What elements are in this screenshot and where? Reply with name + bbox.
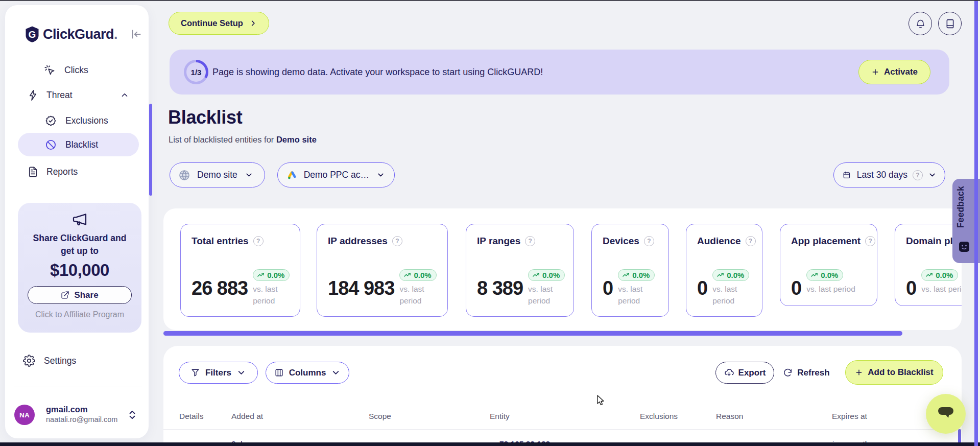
column-header-exclusions[interactable]: Exclusions <box>640 412 678 429</box>
stat-card-value: 26 883 <box>192 275 248 301</box>
knowledge-base-button[interactable] <box>938 12 962 35</box>
stat-card-caption: vs. last period <box>399 283 443 307</box>
clickguard-logo-icon: G <box>26 26 39 42</box>
page-scrollbar-thumb[interactable] <box>974 0 978 446</box>
stat-card-trend: 0.0%vs. last period <box>253 269 297 307</box>
share-button[interactable]: Share <box>28 286 132 304</box>
date-range-selector[interactable]: Last 30 days ? <box>833 162 945 187</box>
trend-value: 0.0% <box>414 271 431 279</box>
chevron-down-icon <box>331 368 341 378</box>
continue-setup-label: Continue Setup <box>181 18 243 28</box>
help-icon[interactable]: ? <box>392 236 402 246</box>
sidebar-scrollbar-thumb[interactable] <box>149 104 152 196</box>
help-icon[interactable]: ? <box>525 236 535 246</box>
sidebar-item-blacklist[interactable]: Blacklist <box>18 133 139 156</box>
chevron-down-icon <box>376 171 385 179</box>
activate-button[interactable]: Activate <box>858 60 930 84</box>
help-icon[interactable]: ? <box>746 236 756 246</box>
stat-card-header: IP ranges? <box>477 236 535 247</box>
taskbar-edge <box>0 442 980 446</box>
promo-caption[interactable]: Click to Affiliate Program <box>18 310 141 319</box>
user-menu[interactable]: NA gmail.com naatali.ro@gmail.com <box>14 405 140 425</box>
feedback-label: Feedback <box>955 186 966 228</box>
stat-card: Audience?00.0%vs. last period <box>686 224 762 317</box>
badge-check-icon <box>45 115 57 127</box>
sidebar-item-reports[interactable]: Reports <box>27 160 119 183</box>
trending-up-icon <box>532 271 540 279</box>
help-icon[interactable]: ? <box>253 236 264 246</box>
stat-card-title: IP ranges <box>477 236 520 247</box>
cloud-download-icon <box>724 368 734 378</box>
add-to-blacklist-button[interactable]: Add to Blacklist <box>845 360 943 385</box>
continue-setup-button[interactable]: Continue Setup <box>169 12 269 35</box>
sidebar-item-clicks[interactable]: Clicks <box>44 58 136 82</box>
stat-card-body: 00.0%vs. last period <box>603 275 662 307</box>
column-header-expires-at[interactable]: Expires at <box>832 412 867 429</box>
sidebar-item-settings[interactable]: Settings <box>23 349 76 372</box>
column-header-entity[interactable]: Entity <box>490 412 510 429</box>
cards-horizontal-scrollbar-thumb[interactable] <box>163 331 902 336</box>
sidebar-item-threat[interactable]: Threat <box>27 83 136 107</box>
trend-badge: 0.0% <box>253 269 290 281</box>
chevron-up-icon[interactable] <box>120 90 129 100</box>
stat-card-body: 00.0%vs. last period <box>906 275 962 301</box>
help-icon[interactable]: ? <box>865 236 875 246</box>
stat-card-value: 184 983 <box>328 275 394 301</box>
app-root: G ClickGuard. Clicks Threat <box>0 0 980 446</box>
book-icon <box>945 18 955 29</box>
trend-badge: 0.0% <box>712 269 749 281</box>
stat-card-caption: vs. last period <box>253 283 297 307</box>
trend-value: 0.0% <box>542 271 560 279</box>
stat-card-body: 8 3890.0%vs. last period <box>477 275 572 307</box>
columns-icon <box>274 368 284 378</box>
column-header-reason[interactable]: Reason <box>716 412 743 429</box>
calendar-icon <box>843 170 851 180</box>
add-to-blacklist-label: Add to Blacklist <box>868 367 933 378</box>
stat-card-header: IP addresses? <box>328 236 402 247</box>
site-selector[interactable]: Demo site <box>170 162 265 187</box>
stat-card-body: 26 8830.0%vs. last period <box>192 275 297 307</box>
sidebar-item-label: Blacklist <box>65 139 98 150</box>
trend-badge: 0.0% <box>399 269 436 281</box>
user-name: gmail.com <box>46 405 88 414</box>
refresh-button[interactable]: Refresh <box>779 362 833 384</box>
notifications-button[interactable] <box>909 12 932 35</box>
column-header-scope[interactable]: Scope <box>369 412 391 429</box>
promo-amount: $10,000 <box>18 261 141 280</box>
chevron-down-icon <box>928 171 937 179</box>
table-vertical-scrollbar-thumb[interactable] <box>958 429 961 443</box>
help-icon[interactable]: ? <box>644 236 654 246</box>
columns-button[interactable]: Columns <box>266 362 349 384</box>
demo-data-banner: 1/3 Page is showing demo data. Activate … <box>170 50 949 95</box>
brand-dot: . <box>114 27 117 42</box>
export-button[interactable]: Export <box>715 362 774 384</box>
filters-button[interactable]: Filters <box>179 362 258 384</box>
page-title: Blacklist <box>168 107 242 128</box>
sidebar-collapse-button[interactable] <box>129 28 142 41</box>
stat-card-caption: vs. last period <box>806 283 855 295</box>
date-range-value: Last 30 days <box>857 170 907 180</box>
chat-launcher-button[interactable] <box>926 394 966 434</box>
stat-card-value: 0 <box>791 275 801 301</box>
stat-card: IP ranges?8 3890.0%vs. last period <box>466 224 574 317</box>
stat-card-title: App placement <box>791 236 861 247</box>
column-header-details[interactable]: Details <box>179 412 203 429</box>
setup-progress-step: 1/3 <box>191 68 202 77</box>
columns-button-label: Columns <box>289 368 326 378</box>
brand-name: ClickGuard. <box>43 27 117 42</box>
collapse-arrow-icon <box>129 28 142 41</box>
help-icon[interactable]: ? <box>913 170 923 180</box>
stat-card-title: Total entries <box>192 236 249 247</box>
sidebar-item-label: Exclusions <box>65 115 108 126</box>
sidebar-item-label: Reports <box>46 167 78 177</box>
trending-up-icon <box>716 271 724 279</box>
account-selector[interactable]: Demo PPC ac… <box>277 162 395 187</box>
settings-label: Settings <box>44 356 76 366</box>
window-top-edge <box>0 0 980 1</box>
megaphone-icon <box>71 212 88 228</box>
trend-badge: 0.0% <box>806 269 843 281</box>
sidebar-item-exclusions[interactable]: Exclusions <box>45 109 137 132</box>
funnel-icon <box>190 368 200 378</box>
column-header-added-at[interactable]: Added at <box>231 412 263 429</box>
chevron-down-icon <box>245 171 253 179</box>
